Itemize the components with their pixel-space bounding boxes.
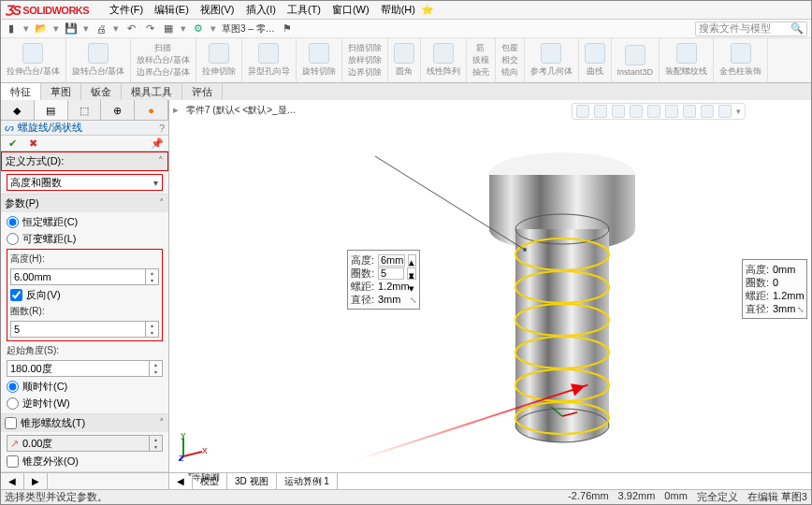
start-angle-value: 180.00度 xyxy=(10,362,52,376)
help-icon[interactable]: ? xyxy=(159,123,165,134)
tab-features[interactable]: 特征 xyxy=(1,83,41,100)
scene-icon[interactable] xyxy=(718,105,732,118)
turns-input[interactable]: 5 ▴▾ xyxy=(10,321,159,338)
lp-tab1[interactable]: ◀ xyxy=(1,473,24,489)
pm-section-params: 参数(P) ˄ 恒定螺距(C) 可变螺距(L) 高度(H): 6.00mm ▴▾… xyxy=(1,195,168,414)
canvas-bottom-tabs: ◀ 模型 3D 视图 运动算例 1 xyxy=(169,472,811,489)
appearance-icon[interactable] xyxy=(701,105,714,118)
radio-cw[interactable]: 顺时针(C) xyxy=(7,380,163,394)
canvas-tab-3dview[interactable]: 3D 视图 xyxy=(227,473,277,489)
ribbon-fillet[interactable]: 圆角 xyxy=(388,38,421,82)
doc-title: 草图3 – 零… xyxy=(222,22,275,36)
section-icon[interactable] xyxy=(630,105,643,118)
new-icon[interactable]: ▮ xyxy=(5,22,18,36)
tab-sheetmetal[interactable]: 钣金 xyxy=(81,83,122,100)
canvas-tab-motion[interactable]: 运动算例 1 xyxy=(277,473,338,489)
prev-view-icon[interactable] xyxy=(612,105,625,118)
tab-moldtools[interactable]: 模具工具 xyxy=(122,83,182,100)
pm-sec-params-header[interactable]: 参数(P) ˄ xyxy=(1,195,168,212)
zoom-fit-icon[interactable] xyxy=(576,105,589,118)
definition-select[interactable]: 高度和圈数 xyxy=(7,174,163,191)
ribbon-wrap-group[interactable]: 包覆 相交 镜向 xyxy=(496,38,525,82)
settings-icon[interactable]: ⚙ xyxy=(192,22,205,36)
ribbon-pattern[interactable]: 线性阵列 xyxy=(421,38,467,82)
hide-show-icon[interactable] xyxy=(683,105,696,118)
menu-edit[interactable]: 编辑(E) xyxy=(149,3,195,17)
menu-window[interactable]: 窗口(W) xyxy=(326,3,375,17)
tab-sketch[interactable]: 草图 xyxy=(41,83,81,100)
ribbon-sweep-cut-group[interactable]: 扫描切除 放样切除 边界切除 xyxy=(342,38,388,82)
radio-constant-pitch[interactable]: 恒定螺距(C) xyxy=(7,215,163,229)
view-orient-icon[interactable] xyxy=(647,105,660,118)
height-input[interactable]: 6.00mm ▴▾ xyxy=(10,268,159,285)
pm-sec-definition-header[interactable]: 定义方式(D): ˄ xyxy=(1,152,168,171)
taper-outward-checkbox[interactable]: 锥度外张(O) xyxy=(7,454,163,469)
canvas-tab-model[interactable]: 模型 xyxy=(193,473,227,489)
radio-variable-pitch[interactable]: 可变螺距(L) xyxy=(7,232,163,246)
pm-tab-property[interactable]: ▤ xyxy=(35,100,68,120)
view-triad[interactable]: y x z xyxy=(179,433,207,461)
ribbon-extrude-boss[interactable]: 拉伸凸台/基体 xyxy=(1,38,66,82)
redo-icon[interactable]: ↷ xyxy=(143,22,156,36)
menu-file[interactable]: 文件(F) xyxy=(104,3,149,17)
search-icon: 🔍 xyxy=(790,22,804,35)
pm-cancel-button[interactable]: ✖ xyxy=(25,136,40,151)
pin-icon[interactable]: ⤡ xyxy=(797,303,805,316)
taper-header[interactable]: 锥形螺纹线(T) ˄ xyxy=(1,414,168,432)
part-name: 零件7 (默认< <默认>_显… xyxy=(186,104,297,117)
ribbon-sweep-group[interactable]: 扫描 放样凸台/基体 边界凸台/基体 xyxy=(131,38,196,82)
radio-ccw[interactable]: 逆时针(W) xyxy=(7,397,163,411)
flag-icon[interactable]: ⚑ xyxy=(281,22,294,36)
ribbon-revolve-boss[interactable]: 旋转凸台/基体 xyxy=(66,38,132,82)
search-box[interactable]: 搜索文件与模型 🔍 xyxy=(695,22,807,36)
ribbon-revolve-cut[interactable]: 旋转切除 xyxy=(297,38,342,82)
pin-icon[interactable]: ⤡ xyxy=(410,294,417,307)
property-manager: ◆ ▤ ⬚ ⊕ ● ᔕ 螺旋线/涡状线 ? ✔ ✖ 📌 定义方式(D): ˄ 高… xyxy=(1,100,169,489)
menu-view[interactable]: 视图(V) xyxy=(195,3,240,17)
undo-icon[interactable]: ↶ xyxy=(124,22,138,36)
flyout-toggle-icon[interactable]: ▸ xyxy=(173,104,179,116)
pm-tab-feature[interactable]: ◆ xyxy=(1,100,35,120)
start-angle-input[interactable]: 180.00度 ▴▾ xyxy=(7,360,163,377)
print-icon[interactable]: 🖨 xyxy=(94,22,108,36)
menu-help[interactable]: 帮助(H) xyxy=(375,3,421,17)
ribbon-instant3d[interactable]: Instant3D xyxy=(612,38,660,82)
helix-callout-end[interactable]: 高度:0mm 圈数:0 螺距:1.2mm 直径:3mm ⤡ xyxy=(742,259,807,319)
canvas-tab-left[interactable]: ◀ xyxy=(169,473,193,489)
pm-tab-config[interactable]: ⬚ xyxy=(68,100,102,120)
pm-pin-button[interactable]: 📌 xyxy=(150,136,165,151)
menu-tools[interactable]: 工具(T) xyxy=(282,3,326,17)
height-label: 高度(H): xyxy=(10,252,159,266)
ribbon-hole[interactable]: 异型孔向导 xyxy=(242,38,297,82)
save-icon[interactable]: 💾 xyxy=(65,22,78,36)
pm-tab-display[interactable]: ⊕ xyxy=(101,100,135,120)
zoom-area-icon[interactable] xyxy=(594,105,607,118)
svg-point-13 xyxy=(523,248,527,252)
graphics-area[interactable]: ▸ 零件7 (默认< <默认>_显… ▾ xyxy=(169,100,811,489)
ribbon-thread[interactable]: 装配螺纹线 xyxy=(660,38,714,82)
ribbon-refgeom[interactable]: 参考几何体 xyxy=(525,38,579,82)
reverse-checkbox[interactable]: 反向(V) xyxy=(10,288,159,302)
pm-tab-appearance[interactable]: ● xyxy=(135,100,168,120)
pm-section-definition: 定义方式(D): ˄ 高度和圈数 xyxy=(1,152,168,195)
menu-insert[interactable]: 插入(I) xyxy=(240,3,282,17)
tab-evaluate[interactable]: 评估 xyxy=(182,83,223,100)
taper-checkbox[interactable]: 锥形螺纹线(T) xyxy=(5,416,85,430)
turns-spinner[interactable]: ▴▾ xyxy=(145,322,158,337)
lp-tab2[interactable]: ▶ xyxy=(24,473,48,489)
start-angle-spinner[interactable]: ▴▾ xyxy=(149,361,162,376)
ribbon-rib-group[interactable]: 筋 拔模 抽壳 xyxy=(467,38,496,82)
pm-ok-button[interactable]: ✔ xyxy=(5,136,20,151)
pm-header: ᔕ 螺旋线/涡状线 ? xyxy=(1,121,168,136)
helix-callout-start[interactable]: 高度:6mm▴▾ 圈数:5▴▾ 螺距:1.2mm 直径:3mm ⤡ xyxy=(347,250,420,310)
height-spinner[interactable]: ▴▾ xyxy=(145,269,158,284)
ribbon-decor[interactable]: 金色柱装饰 xyxy=(714,38,768,82)
dropdown-icon[interactable]: ⭐ xyxy=(421,4,434,17)
ribbon-extrude-cut[interactable]: 拉伸切除 xyxy=(196,38,242,82)
display-style-icon[interactable] xyxy=(665,105,678,118)
view-more-icon[interactable]: ▾ xyxy=(736,107,741,116)
select-icon[interactable]: ▦ xyxy=(162,22,175,36)
open-icon[interactable]: 📂 xyxy=(35,22,48,36)
pm-def-label: 定义方式(D): xyxy=(6,154,64,168)
ribbon-curves[interactable]: 曲线 xyxy=(579,38,612,82)
